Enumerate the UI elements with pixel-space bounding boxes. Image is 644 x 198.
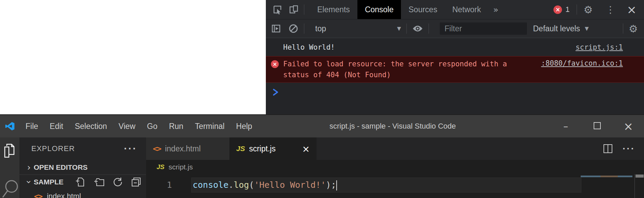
code-token: ; — [331, 180, 336, 190]
divider — [304, 23, 304, 34]
context-selector-value: top — [315, 24, 326, 33]
log-levels-value: Default levels — [533, 24, 580, 33]
explorer-more-actions-icon[interactable]: ··· — [124, 143, 137, 154]
code-editor[interactable]: 1 console.log('Hello World!'); — [146, 174, 644, 198]
collapse-folders-icon[interactable] — [131, 177, 141, 187]
code-token: log — [234, 180, 249, 190]
tab-script-js[interactable]: JS script.js × — [229, 137, 317, 160]
code-line-1: console.log('Hello World!'); — [193, 178, 337, 193]
divider — [577, 4, 577, 15]
divider — [406, 23, 407, 34]
menu-run[interactable]: Run — [163, 122, 189, 131]
inspect-element-icon[interactable] — [273, 5, 282, 14]
editor-tabbar: <> index.html JS script.js × ··· — [146, 137, 644, 160]
console-sidebar-icon[interactable] — [271, 24, 281, 33]
file-item-label: index.html — [47, 192, 81, 198]
error-count-badge-icon[interactable]: × — [553, 5, 562, 14]
new-file-icon[interactable] — [75, 177, 85, 187]
chevron-right-icon: › — [24, 162, 34, 172]
tab-label: index.html — [165, 144, 201, 153]
js-file-icon: JS — [236, 145, 245, 153]
maximize-button[interactable] — [581, 121, 613, 132]
code-token: . — [228, 180, 234, 190]
line-number: 1 — [146, 178, 172, 193]
devtools-panel: Elements Console Sources Network » × 1 ⚙… — [266, 0, 644, 114]
divider — [429, 23, 429, 34]
activity-bar — [0, 137, 19, 198]
tab-elements[interactable]: Elements — [310, 0, 357, 19]
open-editors-section[interactable]: › OPEN EDITORS — [19, 160, 146, 175]
scrollbar-track — [634, 174, 635, 198]
file-item-index-html[interactable]: <> index.html — [19, 189, 146, 198]
refresh-icon[interactable] — [113, 177, 123, 187]
new-folder-icon[interactable] — [94, 177, 104, 187]
minimize-button[interactable]: – — [550, 121, 581, 132]
browser-page — [0, 0, 266, 114]
log-levels-selector[interactable]: Default levels ▼ — [533, 24, 592, 33]
menu-help[interactable]: Help — [230, 122, 258, 131]
code-token: ) — [326, 180, 331, 190]
tab-sources[interactable]: Sources — [401, 0, 445, 19]
scrollbar-thumb[interactable] — [635, 175, 644, 178]
menu-selection[interactable]: Selection — [69, 122, 113, 131]
devtools-tabbar: Elements Console Sources Network » × 1 ⚙… — [266, 0, 644, 19]
tab-network[interactable]: Network — [445, 0, 488, 19]
eye-icon[interactable] — [412, 24, 423, 33]
tab-label: script.js — [249, 144, 276, 153]
devtools-menu-icon[interactable]: ⋮ — [606, 4, 615, 15]
explorer-files-icon[interactable] — [3, 144, 16, 158]
code-token: ( — [249, 180, 254, 190]
settings-gear-icon[interactable]: ⚙ — [584, 4, 593, 16]
console-error-row: × Failed to load resource: the server re… — [266, 56, 644, 83]
error-icon: × — [271, 60, 279, 68]
explorer-sidebar: EXPLORER ··· › OPEN EDITORS › SAMPLE — [19, 137, 146, 198]
code-token: 'Hello World!' — [254, 180, 326, 190]
close-button[interactable]: × — [613, 119, 644, 133]
clear-console-icon[interactable] — [288, 23, 299, 34]
more-tabs-icon[interactable]: » — [493, 5, 498, 15]
menu-go[interactable]: Go — [141, 122, 163, 131]
text-cursor — [336, 180, 337, 191]
folder-label: SAMPLE — [34, 178, 64, 186]
screen: Elements Console Sources Network » × 1 ⚙… — [0, 0, 644, 198]
chevron-down-icon: ▼ — [585, 26, 589, 32]
js-file-icon: JS — [157, 163, 164, 171]
divider — [304, 4, 304, 15]
devtools-close-icon[interactable]: × — [627, 3, 637, 16]
tab-close-icon[interactable]: × — [302, 144, 310, 154]
console-log-text: Hello World! — [283, 43, 576, 51]
breadcrumb[interactable]: JS script.js — [146, 160, 644, 174]
tab-index-html[interactable]: <> index.html — [146, 137, 229, 160]
html-file-icon: <> — [34, 192, 42, 198]
console-error-source-link[interactable]: :8080/favicon.ico:1 — [541, 59, 623, 67]
menu-view[interactable]: View — [113, 122, 141, 131]
explorer-header-label: EXPLORER — [31, 144, 75, 153]
html-file-icon: <> — [153, 144, 161, 153]
menu-terminal[interactable]: Terminal — [189, 122, 230, 131]
editor-more-actions-icon[interactable]: ··· — [623, 143, 635, 154]
prompt-chevron-icon — [272, 88, 644, 96]
vscode-window: File Edit Selection View Go Run Terminal… — [0, 114, 644, 198]
console-log-row: Hello World! script.js:1 — [266, 38, 644, 56]
search-icon[interactable] — [1, 178, 18, 198]
menu-file[interactable]: File — [20, 122, 44, 131]
editor-group: <> index.html JS script.js × ··· JS — [146, 137, 644, 198]
chevron-down-icon: › — [24, 177, 34, 187]
device-toolbar-icon[interactable] — [289, 5, 299, 14]
error-count[interactable]: 1 — [565, 5, 569, 14]
chevron-down-icon: ▼ — [397, 26, 401, 32]
console-toolbar: top ▼ Default levels ▼ ⚙ — [266, 19, 644, 38]
console-prompt[interactable] — [266, 83, 644, 96]
console-settings-gear-icon[interactable]: ⚙ — [629, 23, 638, 35]
console-error-text: Failed to load resource: the server resp… — [283, 59, 521, 80]
open-editors-label: OPEN EDITORS — [34, 163, 87, 171]
vscode-logo-icon[interactable] — [5, 121, 15, 131]
tab-console[interactable]: Console — [357, 0, 401, 19]
menu-edit[interactable]: Edit — [44, 122, 69, 131]
context-selector[interactable]: top ▼ — [310, 24, 401, 33]
split-editor-icon[interactable] — [603, 144, 612, 153]
breadcrumb-label: script.js — [168, 163, 193, 171]
console-log-source-link[interactable]: script.js:1 — [576, 43, 623, 51]
filter-input[interactable] — [440, 22, 527, 35]
folder-section-sample[interactable]: › SAMPLE — [19, 175, 146, 189]
